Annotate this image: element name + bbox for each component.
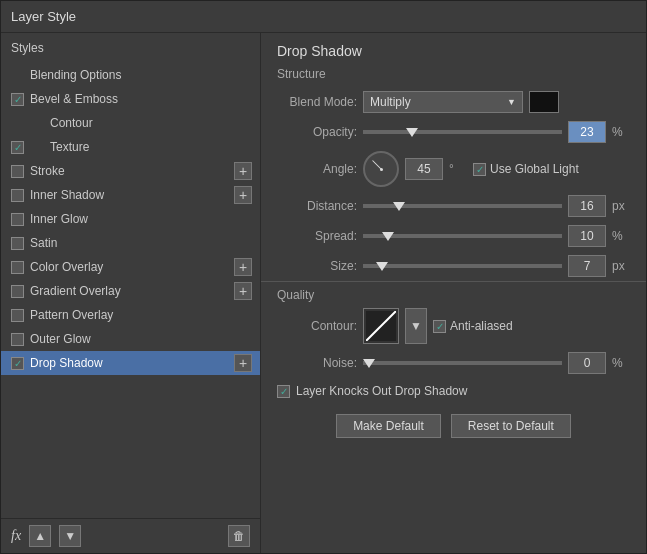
checkbox-pattern-overlay[interactable] (11, 309, 24, 322)
make-default-button[interactable]: Make Default (336, 414, 441, 438)
spread-input[interactable] (568, 225, 606, 247)
quality-section-header: Quality (261, 281, 646, 304)
label-inner-glow: Inner Glow (30, 212, 88, 226)
label-drop-shadow: Drop Shadow (30, 356, 103, 370)
opacity-input[interactable]: 23 (568, 121, 606, 143)
sidebar-item-contour[interactable]: Contour (1, 111, 260, 135)
noise-input[interactable] (568, 352, 606, 374)
angle-widget[interactable] (363, 151, 399, 187)
sidebar-item-blending-options[interactable]: Blending Options (1, 63, 260, 87)
blend-mode-color-swatch[interactable] (529, 91, 559, 113)
blend-mode-value: Multiply (370, 95, 411, 109)
left-panel: Styles Blending OptionsBevel & EmbossCon… (1, 33, 261, 553)
sidebar-item-texture[interactable]: Texture (1, 135, 260, 159)
checkbox-inner-shadow[interactable] (11, 189, 24, 202)
sidebar-item-outer-glow[interactable]: Outer Glow (1, 327, 260, 351)
noise-unit: % (612, 356, 630, 370)
checkbox-satin[interactable] (11, 237, 24, 250)
anti-aliased-label: Anti-aliased (450, 319, 513, 333)
label-bevel-emboss: Bevel & Emboss (30, 92, 118, 106)
distance-label: Distance: (277, 199, 357, 213)
bottom-buttons: Make Default Reset to Default (261, 404, 646, 448)
label-stroke: Stroke (30, 164, 65, 178)
spread-slider[interactable] (363, 234, 562, 238)
label-gradient-overlay: Gradient Overlay (30, 284, 121, 298)
add-btn-color-overlay[interactable]: + (234, 258, 252, 276)
left-footer: fx ▲ ▼ 🗑 (1, 518, 260, 553)
dialog-body: Styles Blending OptionsBevel & EmbossCon… (1, 33, 646, 553)
size-unit: px (612, 259, 630, 273)
angle-label: Angle: (277, 162, 357, 176)
sidebar-item-bevel-emboss[interactable]: Bevel & Emboss (1, 87, 260, 111)
sidebar-item-pattern-overlay[interactable]: Pattern Overlay (1, 303, 260, 327)
angle-degree: ° (449, 162, 467, 176)
styles-header: Styles (1, 33, 260, 63)
angle-row: Angle: ° Use Global Light (261, 147, 646, 191)
opacity-unit: % (612, 125, 630, 139)
global-light-row: Use Global Light (473, 162, 579, 176)
contour-dropdown[interactable]: ▼ (405, 308, 427, 344)
structure-label: Structure (261, 63, 646, 87)
sidebar-item-satin[interactable]: Satin (1, 231, 260, 255)
noise-label: Noise: (277, 356, 357, 370)
knockout-checkbox[interactable] (277, 385, 290, 398)
label-satin: Satin (30, 236, 57, 250)
sidebar-item-drop-shadow[interactable]: Drop Shadow+ (1, 351, 260, 375)
distance-unit: px (612, 199, 630, 213)
layer-style-dialog: Layer Style Styles Blending OptionsBevel… (0, 0, 647, 554)
spread-label: Spread: (277, 229, 357, 243)
title-bar: Layer Style (1, 1, 646, 33)
label-contour: Contour (50, 116, 93, 130)
sidebar-item-gradient-overlay[interactable]: Gradient Overlay+ (1, 279, 260, 303)
move-up-button[interactable]: ▲ (29, 525, 51, 547)
size-input[interactable] (568, 255, 606, 277)
dropdown-arrow: ▼ (507, 97, 516, 107)
style-list: Blending OptionsBevel & EmbossContourTex… (1, 63, 260, 518)
checkbox-bevel-emboss[interactable] (11, 93, 24, 106)
opacity-slider-container (363, 130, 562, 134)
distance-slider-container (363, 204, 562, 208)
distance-input[interactable] (568, 195, 606, 217)
checkbox-texture[interactable] (11, 141, 24, 154)
angle-input[interactable] (405, 158, 443, 180)
size-label: Size: (277, 259, 357, 273)
add-btn-drop-shadow[interactable]: + (234, 354, 252, 372)
global-light-label: Use Global Light (490, 162, 579, 176)
opacity-label: Opacity: (277, 125, 357, 139)
checkbox-gradient-overlay[interactable] (11, 285, 24, 298)
checkbox-outer-glow[interactable] (11, 333, 24, 346)
add-btn-gradient-overlay[interactable]: + (234, 282, 252, 300)
delete-button[interactable]: 🗑 (228, 525, 250, 547)
knockout-row: Layer Knocks Out Drop Shadow (261, 378, 646, 404)
distance-row: Distance: px (261, 191, 646, 221)
global-light-checkbox[interactable] (473, 163, 486, 176)
checkbox-stroke[interactable] (11, 165, 24, 178)
anti-aliased-checkbox[interactable] (433, 320, 446, 333)
blend-mode-dropdown[interactable]: Multiply ▼ (363, 91, 523, 113)
add-btn-inner-shadow[interactable]: + (234, 186, 252, 204)
sidebar-item-color-overlay[interactable]: Color Overlay+ (1, 255, 260, 279)
checkbox-inner-glow[interactable] (11, 213, 24, 226)
contour-preview[interactable] (363, 308, 399, 344)
label-blending-options: Blending Options (30, 68, 121, 82)
noise-slider[interactable] (363, 361, 562, 365)
checkbox-color-overlay[interactable] (11, 261, 24, 274)
move-down-button[interactable]: ▼ (59, 525, 81, 547)
right-panel: Drop Shadow Structure Blend Mode: Multip… (261, 33, 646, 553)
distance-slider[interactable] (363, 204, 562, 208)
noise-slider-container (363, 361, 562, 365)
label-texture: Texture (50, 140, 89, 154)
size-slider[interactable] (363, 264, 562, 268)
angle-center-dot (380, 168, 383, 171)
opacity-slider[interactable] (363, 130, 562, 134)
spread-slider-container (363, 234, 562, 238)
label-color-overlay: Color Overlay (30, 260, 103, 274)
add-btn-stroke[interactable]: + (234, 162, 252, 180)
sidebar-item-inner-shadow[interactable]: Inner Shadow+ (1, 183, 260, 207)
checkbox-drop-shadow[interactable] (11, 357, 24, 370)
label-pattern-overlay: Pattern Overlay (30, 308, 113, 322)
sidebar-item-inner-glow[interactable]: Inner Glow (1, 207, 260, 231)
sidebar-item-stroke[interactable]: Stroke+ (1, 159, 260, 183)
reset-default-button[interactable]: Reset to Default (451, 414, 571, 438)
knockout-label: Layer Knocks Out Drop Shadow (296, 384, 467, 398)
